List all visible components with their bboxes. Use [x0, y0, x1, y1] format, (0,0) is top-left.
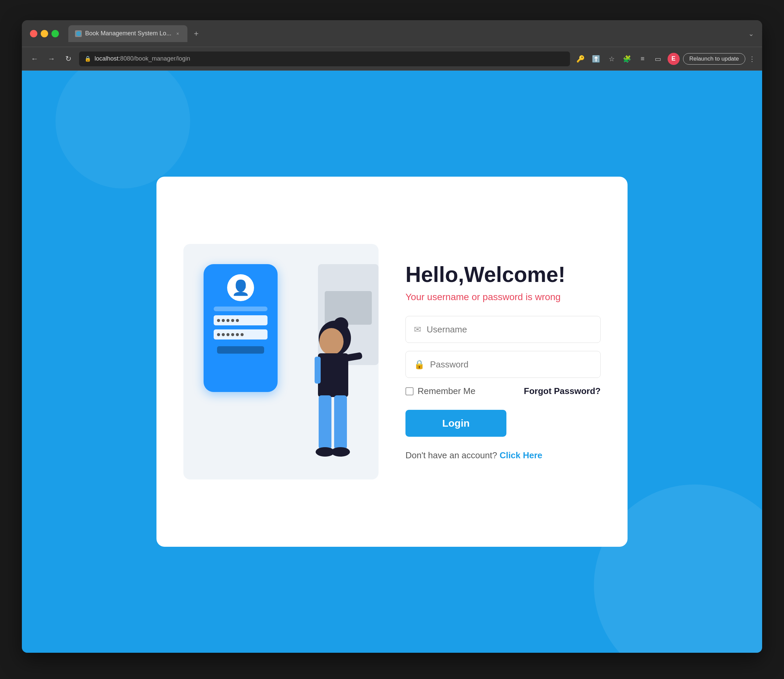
close-window-button[interactable]	[30, 30, 38, 38]
dot	[236, 319, 239, 322]
phone-bottom-bar	[217, 346, 264, 354]
page-content: 👤	[22, 70, 762, 653]
dot	[227, 319, 230, 322]
phone-avatar-circle: 👤	[227, 274, 254, 301]
login-card: 👤	[156, 177, 628, 547]
extensions-icon[interactable]: 🧩	[621, 53, 633, 65]
browser-window: 🌐 Book Management System Lo... × + ⌄ ← →…	[22, 20, 762, 653]
signup-prompt: Don't have an account?	[405, 450, 497, 460]
dot	[231, 319, 234, 322]
bookmark-icon[interactable]: ☆	[606, 53, 618, 65]
dot	[236, 333, 239, 336]
phone-avatar-icon: 👤	[232, 279, 250, 296]
svg-rect-4	[345, 352, 363, 361]
svg-rect-5	[315, 357, 321, 383]
tab-list-icon[interactable]: ≡	[637, 53, 649, 65]
address-path: 8080/book_manager/login	[120, 55, 190, 62]
dot	[241, 333, 244, 336]
remember-me-label[interactable]: Remember Me	[405, 386, 476, 396]
more-options-button[interactable]: ⋮	[749, 55, 756, 63]
profile-avatar-button[interactable]: E	[668, 53, 680, 65]
dot	[217, 333, 220, 336]
page-title: Hello,Welcome!	[405, 263, 601, 286]
sidebar-icon[interactable]: ▭	[652, 53, 664, 65]
address-host: localhost	[95, 55, 119, 62]
password-dots-2	[217, 333, 244, 336]
svg-point-9	[331, 447, 350, 457]
traffic-lights	[30, 30, 59, 38]
back-button[interactable]: ←	[28, 53, 41, 65]
maximize-window-button[interactable]	[52, 30, 59, 38]
share-icon[interactable]: ⬆️	[590, 53, 602, 65]
lock-field-icon: 🔒	[414, 359, 425, 370]
svg-rect-6	[319, 395, 332, 449]
svg-rect-7	[334, 395, 347, 449]
new-tab-button[interactable]: +	[190, 28, 202, 40]
password-input[interactable]	[430, 359, 592, 370]
phone-input-row-2	[214, 329, 268, 340]
error-message: Your username or password is wrong	[405, 292, 601, 302]
form-side: Hello,Welcome! Your username or password…	[405, 256, 601, 467]
phone-device: 👤	[203, 264, 278, 392]
forgot-password-link[interactable]: Forgot Password?	[524, 386, 601, 396]
username-input[interactable]	[427, 324, 592, 335]
forward-button[interactable]: →	[45, 53, 58, 65]
person-illustration	[291, 311, 365, 479]
bg-decoration-circle-2	[56, 70, 190, 188]
tab-favicon: 🌐	[75, 30, 82, 37]
dot	[222, 319, 225, 322]
browser-titlebar: 🌐 Book Management System Lo... × + ⌄	[22, 20, 762, 47]
username-field-container: ✉	[405, 316, 601, 343]
signup-text: Don't have an account? Click Here	[405, 450, 601, 461]
dot	[222, 333, 225, 336]
dot	[227, 333, 230, 336]
active-tab[interactable]: 🌐 Book Management System Lo... ×	[68, 25, 188, 42]
password-field-container: 🔒	[405, 351, 601, 378]
toolbar-icons: 🔑 ⬆️ ☆ 🧩 ≡ ▭ E Relaunch to update ⋮	[575, 53, 756, 65]
svg-rect-3	[318, 353, 348, 397]
key-icon[interactable]: 🔑	[575, 53, 587, 65]
tab-bar: 🌐 Book Management System Lo... × +	[68, 25, 743, 42]
form-options: Remember Me Forgot Password?	[405, 386, 601, 396]
dot	[217, 319, 220, 322]
relaunch-button[interactable]: Relaunch to update	[683, 53, 745, 64]
remember-me-checkbox[interactable]	[405, 387, 413, 395]
illustration-side: 👤	[183, 244, 379, 479]
remember-me-text: Remember Me	[418, 386, 476, 396]
phone-name-bar	[214, 307, 268, 311]
tab-title: Book Management System Lo...	[85, 30, 171, 37]
address-bar[interactable]: 🔒 localhost:8080/book_manager/login	[79, 52, 570, 66]
email-icon: ✉	[414, 324, 421, 335]
minimize-window-button[interactable]	[41, 30, 48, 38]
tab-close-button[interactable]: ×	[175, 31, 181, 37]
lock-icon: 🔒	[85, 56, 91, 62]
tab-menu-arrow[interactable]: ⌄	[748, 30, 754, 38]
login-button[interactable]: Login	[405, 410, 506, 437]
signup-link[interactable]: Click Here	[500, 450, 542, 460]
dot	[231, 333, 234, 336]
phone-input-row-1	[214, 315, 268, 325]
illustration-container: 👤	[183, 244, 379, 479]
browser-navbar: ← → ↻ 🔒 localhost:8080/book_manager/logi…	[22, 47, 762, 70]
address-text: localhost:8080/book_manager/login	[95, 55, 190, 62]
svg-point-2	[319, 328, 344, 355]
reload-button[interactable]: ↻	[62, 53, 74, 65]
password-dots-1	[217, 319, 239, 322]
